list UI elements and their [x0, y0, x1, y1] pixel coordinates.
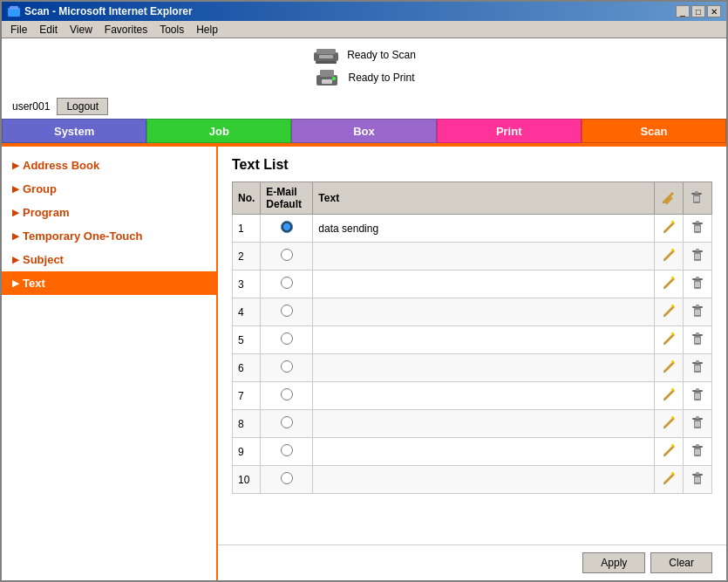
- delete-button[interactable]: [689, 330, 706, 350]
- cell-default[interactable]: [261, 270, 313, 298]
- menu-bar: File Edit View Favorites Tools Help: [2, 21, 726, 38]
- edit-button[interactable]: [660, 218, 677, 238]
- cell-edit: [655, 382, 684, 410]
- delete-button[interactable]: [689, 246, 706, 266]
- edit-button[interactable]: [660, 358, 677, 378]
- trash-icon: [690, 442, 705, 458]
- delete-button[interactable]: [689, 386, 706, 406]
- cell-text: [313, 326, 655, 354]
- scan-status-row: Ready to Scan: [312, 45, 416, 65]
- edit-button[interactable]: [660, 302, 677, 322]
- header-text: Text: [313, 182, 655, 215]
- cell-edit: [655, 298, 684, 326]
- cell-default[interactable]: [261, 466, 313, 494]
- svg-rect-7: [320, 70, 334, 77]
- delete-button[interactable]: [689, 442, 706, 462]
- cell-text: [313, 354, 655, 382]
- cell-delete: [684, 215, 712, 243]
- menu-view[interactable]: View: [65, 22, 98, 38]
- menu-favorites[interactable]: Favorites: [99, 22, 153, 38]
- svg-rect-96: [696, 444, 699, 447]
- edit-button[interactable]: [660, 246, 677, 266]
- table-row: 6: [233, 354, 712, 382]
- delete-button[interactable]: [689, 358, 706, 378]
- cell-default[interactable]: [261, 382, 313, 410]
- delete-button[interactable]: [689, 469, 706, 490]
- edit-button[interactable]: [660, 386, 677, 406]
- email-default-radio[interactable]: [281, 360, 293, 373]
- table-header-row: No. E-MailDefault Text: [233, 182, 712, 215]
- cell-edit: [655, 354, 684, 382]
- arrow-icon: ▶: [12, 231, 19, 241]
- trash-icon: [690, 303, 705, 318]
- sidebar-item-group[interactable]: ▶ Group: [2, 177, 216, 201]
- email-default-radio[interactable]: [281, 388, 293, 401]
- edit-button[interactable]: [660, 330, 677, 350]
- table-area: Text List No. E-MailDefault Text: [218, 147, 726, 544]
- table-row: 8: [233, 410, 712, 438]
- trash-icon: [690, 470, 705, 486]
- table-row: 3: [233, 270, 712, 298]
- tab-system[interactable]: System: [2, 119, 146, 143]
- cell-edit: [655, 215, 684, 243]
- table-row: 5: [233, 326, 712, 354]
- table-row: 1data sending: [233, 215, 712, 243]
- apply-button[interactable]: Apply: [582, 552, 645, 573]
- cell-default[interactable]: [261, 326, 313, 354]
- cell-default[interactable]: [261, 354, 313, 382]
- cell-default[interactable]: [261, 438, 313, 466]
- delete-button[interactable]: [689, 414, 706, 434]
- title-bar: Scan - Microsoft Internet Explorer _ □ ✕: [2, 2, 726, 21]
- tab-scan[interactable]: Scan: [582, 119, 726, 143]
- cell-delete: [684, 410, 712, 438]
- svg-rect-51: [696, 305, 699, 307]
- cell-default[interactable]: [261, 410, 313, 438]
- maximize-button[interactable]: □: [691, 5, 705, 17]
- email-default-radio[interactable]: [281, 444, 293, 456]
- delete-button[interactable]: [689, 274, 706, 294]
- header-delete-icon: [684, 182, 712, 215]
- tab-box[interactable]: Box: [291, 119, 436, 143]
- delete-button[interactable]: [689, 302, 706, 322]
- status-area: Ready to Scan Ready to Print: [2, 38, 726, 94]
- table-row: 9: [233, 438, 712, 466]
- svg-rect-5: [316, 61, 337, 64]
- email-default-radio[interactable]: [281, 277, 293, 289]
- menu-edit[interactable]: Edit: [34, 22, 63, 38]
- email-default-radio[interactable]: [281, 305, 293, 317]
- cell-default[interactable]: [261, 298, 313, 326]
- sidebar-item-program[interactable]: ▶ Program: [2, 201, 216, 224]
- minimize-button[interactable]: _: [676, 5, 690, 17]
- email-default-radio[interactable]: [281, 472, 293, 484]
- menu-file[interactable]: File: [5, 22, 32, 38]
- cell-no: 4: [233, 298, 261, 326]
- tab-job[interactable]: Job: [146, 119, 291, 143]
- sidebar-item-subject[interactable]: ▶ Subject: [2, 248, 216, 271]
- header-email-default: E-MailDefault: [261, 182, 313, 215]
- logout-button[interactable]: Logout: [57, 98, 108, 115]
- email-default-radio[interactable]: [281, 332, 293, 345]
- menu-tools[interactable]: Tools: [154, 22, 189, 38]
- table-row: 10: [233, 466, 712, 494]
- edit-button[interactable]: [660, 442, 677, 462]
- edit-button[interactable]: [660, 414, 677, 434]
- cell-no: 8: [233, 410, 261, 438]
- cell-default[interactable]: [261, 215, 313, 243]
- delete-button[interactable]: [689, 218, 706, 238]
- tab-print[interactable]: Print: [437, 119, 582, 143]
- sidebar-item-address-book[interactable]: ▶ Address Book: [2, 154, 216, 177]
- email-default-radio[interactable]: [281, 221, 293, 233]
- cell-default[interactable]: [261, 243, 313, 270]
- menu-help[interactable]: Help: [191, 22, 223, 38]
- edit-button[interactable]: [660, 274, 677, 294]
- sidebar-item-text[interactable]: ▶ Text: [2, 271, 216, 295]
- email-default-radio[interactable]: [281, 249, 293, 261]
- edit-button[interactable]: [660, 469, 677, 490]
- edit-icon: [661, 442, 677, 458]
- email-default-radio[interactable]: [281, 416, 293, 428]
- cell-delete: [684, 326, 712, 354]
- print-status-row: Ready to Print: [313, 68, 414, 87]
- close-button[interactable]: ✕: [707, 5, 721, 17]
- sidebar-item-temporary-one-touch[interactable]: ▶ Temporary One-Touch: [2, 224, 216, 248]
- clear-button[interactable]: Clear: [650, 552, 712, 573]
